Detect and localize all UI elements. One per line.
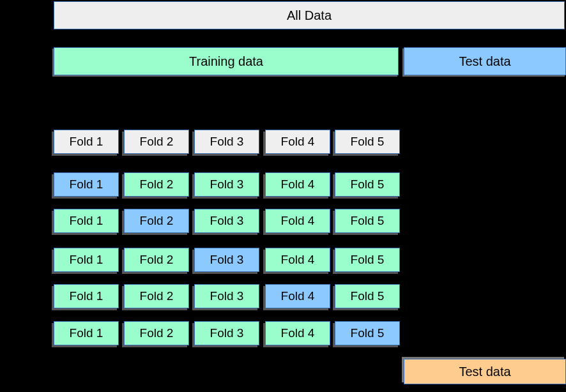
fold-cell: Fold 5 [335,172,400,197]
fold-cell: Fold 2 [124,284,189,308]
fold-cell: Fold 1 [54,172,119,197]
fold-cell: Fold 3 [194,172,259,197]
fold-cell: Fold 3 [194,248,259,272]
final-test-data-box: Test data [404,359,566,384]
fold-cell: Fold 3 [194,284,259,308]
fold-cell: Fold 4 [265,130,330,154]
fold-cell: Fold 3 [194,321,259,345]
fold-cell: Fold 1 [54,130,119,154]
fold-cell: Fold 4 [265,321,330,345]
fold-cell: Fold 3 [194,130,259,154]
fold-cell: Fold 5 [335,321,400,345]
training-data-box: Training data [54,47,399,75]
fold-cell: Fold 2 [124,321,189,345]
fold-cell: Fold 1 [54,248,119,272]
fold-cell: Fold 5 [335,284,400,308]
fold-cell: Fold 5 [335,209,400,233]
all-data-box: All Data [54,1,565,29]
fold-cell: Fold 3 [194,209,259,233]
fold-cell: Fold 2 [124,172,189,197]
fold-cell: Fold 2 [124,130,189,154]
fold-cell: Fold 2 [124,209,189,233]
test-data-box: Test data [404,47,566,75]
fold-cell: Fold 4 [265,209,330,233]
fold-cell: Fold 4 [265,172,330,197]
fold-cell: Fold 4 [265,284,330,308]
fold-cell: Fold 5 [335,130,400,154]
fold-cell: Fold 1 [54,321,119,345]
fold-cell: Fold 2 [124,248,189,272]
fold-cell: Fold 5 [335,248,400,272]
fold-cell: Fold 4 [265,248,330,272]
fold-cell: Fold 1 [54,209,119,233]
fold-cell: Fold 1 [54,284,119,308]
